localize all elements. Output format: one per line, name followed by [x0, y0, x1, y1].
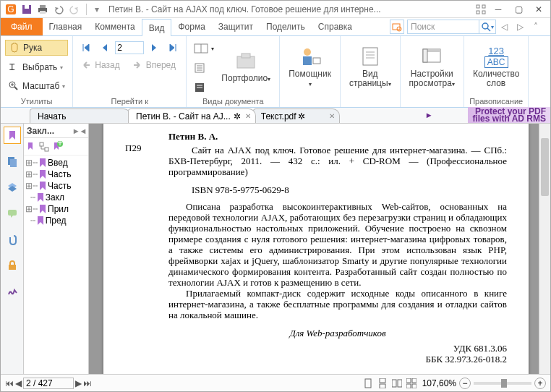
status-prev-page-icon[interactable]: ◀: [15, 378, 22, 388]
zoom-slider-handle[interactable]: [501, 379, 507, 388]
svg-rect-43: [8, 210, 17, 216]
viewsettings-button[interactable]: Настройки просмотра▾: [405, 38, 459, 95]
search-button[interactable]: ▾: [479, 20, 496, 34]
menu-protect[interactable]: Защитит: [212, 18, 260, 35]
prev-result-icon[interactable]: ◁: [496, 20, 512, 34]
bookmarks-panel: Закл...▸◂ + ⊞╌Введ ⊞╌Часть ⊞╌Часть ╌Закл…: [24, 124, 89, 374]
redo-icon[interactable]: [67, 2, 82, 17]
select-icon: Ꮖ: [8, 61, 20, 73]
collapse-ribbon-icon[interactable]: ˄: [528, 20, 544, 34]
signatures-tab-icon[interactable]: [4, 283, 21, 300]
tab-doc1[interactable]: Петин В. - Сайт на AJ... ✲✕: [128, 108, 256, 123]
svg-point-12: [397, 27, 401, 31]
menu-view[interactable]: Вид: [142, 19, 172, 36]
menu-home[interactable]: Главная: [43, 18, 89, 35]
wc-abc: ABC: [484, 56, 508, 68]
reflow-button[interactable]: [191, 61, 217, 75]
nav-back-button[interactable]: Назад: [77, 58, 122, 72]
maximize-button[interactable]: ▢: [510, 3, 527, 16]
add-bookmark-icon[interactable]: +: [51, 141, 63, 153]
next-page-button[interactable]: [145, 41, 163, 55]
portfolio-button[interactable]: Портфолио▾: [217, 38, 275, 95]
bookmark-item[interactable]: ╌Пред: [24, 215, 88, 226]
search-input[interactable]: Поиск: [407, 20, 479, 34]
bookmarks-header-label: Закл...: [27, 126, 54, 136]
bookmark-item[interactable]: ⊞╌Прил: [24, 203, 88, 215]
tree-icon[interactable]: [38, 141, 50, 153]
nav-fwd-button[interactable]: Вперед: [129, 58, 179, 72]
pages-tab-icon[interactable]: [4, 153, 21, 170]
layout-facing-icon[interactable]: [392, 378, 402, 388]
assistant-button[interactable]: Помощник▾: [284, 38, 336, 95]
menu-form[interactable]: Форма: [171, 18, 211, 35]
svg-rect-52: [380, 378, 385, 383]
search-mode-icon[interactable]: [390, 20, 404, 34]
status-next-page-icon[interactable]: ▶: [75, 378, 82, 388]
bookmark-item[interactable]: ⊞╌Часть: [24, 180, 88, 192]
ribbon-toggle-icon[interactable]: [474, 2, 488, 17]
svg-rect-9: [477, 11, 479, 14]
promo-banner[interactable]: ▸ Protect your PDF files with AD RMS: [468, 107, 550, 123]
bookmark-item[interactable]: ⊞╌Введ: [24, 157, 88, 169]
attachments-tab-icon[interactable]: [4, 231, 21, 248]
doc-isbn: ISBN 978-5-9775-0629-8: [192, 184, 507, 195]
save-icon[interactable]: [20, 2, 34, 17]
dropdown-icon[interactable]: ▾: [90, 2, 104, 17]
tab-close-icon[interactable]: ✕: [245, 112, 251, 120]
last-page-button[interactable]: [164, 41, 181, 55]
svg-rect-7: [477, 5, 479, 8]
pageview-label: Вид страницы: [349, 69, 388, 88]
tab-close-icon[interactable]: ✕: [329, 112, 335, 120]
bookmark-item[interactable]: ╌Закл: [24, 192, 88, 203]
layout-facing-cont-icon[interactable]: [406, 378, 417, 388]
security-tab-icon[interactable]: [4, 257, 21, 274]
read-mode-button[interactable]: ▾: [191, 41, 217, 56]
comments-tab-icon[interactable]: [4, 205, 21, 222]
workspace: Закл...▸◂ + ⊞╌Введ ⊞╌Часть ⊞╌Часть ╌Закл…: [1, 124, 550, 374]
ribbon-group-tools-label: Утилиты: [5, 95, 68, 107]
layout-continuous-icon[interactable]: [377, 378, 388, 388]
hand-tool-button[interactable]: Рука: [5, 40, 68, 56]
page-input[interactable]: [115, 41, 144, 54]
first-page-button[interactable]: [77, 41, 95, 55]
menu-help[interactable]: Справка: [312, 18, 359, 35]
select-tool-button[interactable]: ᏆВыбрать▾: [5, 60, 68, 74]
wordcount-button[interactable]: 123 ABC Количество слов: [469, 38, 524, 95]
vertical-scrollbar[interactable]: [539, 124, 550, 374]
prev-page-button[interactable]: [96, 41, 114, 55]
svg-rect-57: [412, 378, 417, 383]
svg-rect-44: [9, 265, 16, 270]
svg-line-14: [487, 28, 490, 31]
zoom-slider[interactable]: [474, 382, 531, 385]
bookmark-item[interactable]: ⊞╌Часть: [24, 169, 88, 180]
tab-start[interactable]: Начать: [30, 108, 131, 123]
menu-comment[interactable]: Коммента: [88, 18, 142, 35]
window-title: Петин В. - Сайт на AJAX под ключ. Готово…: [106, 4, 474, 14]
layout-single-icon[interactable]: [363, 378, 373, 388]
undo-icon[interactable]: [51, 2, 66, 17]
status-first-page-icon[interactable]: ⏮: [5, 378, 14, 388]
night-mode-button[interactable]: [191, 80, 217, 95]
minimize-button[interactable]: ─: [490, 3, 507, 16]
print-icon[interactable]: [35, 2, 50, 17]
doc-p29-mid: П29: [125, 142, 141, 153]
layers-tab-icon[interactable]: [4, 179, 21, 196]
status-last-page-icon[interactable]: ⏭: [83, 378, 92, 388]
expand-all-icon[interactable]: [25, 141, 37, 153]
document-view[interactable]: ББК ББК 32.973.26-018.2 П29 Петин В. А. …: [89, 124, 550, 374]
scrollbar-thumb[interactable]: [541, 138, 549, 196]
panel-close-icon[interactable]: ◂: [81, 126, 85, 136]
bookmarks-tab-icon[interactable]: [4, 127, 21, 144]
zoom-tool-button[interactable]: Масштаб▾: [5, 79, 68, 93]
menu-share[interactable]: Поделить: [260, 18, 312, 35]
tab-doc2[interactable]: Текст.pdf ✲✕: [253, 108, 340, 123]
menu-file[interactable]: Файл: [1, 18, 43, 35]
close-button[interactable]: ✕: [530, 3, 547, 16]
pageview-button[interactable]: Вид страницы▾: [345, 38, 396, 95]
status-page-input[interactable]: 2 / 427: [23, 378, 74, 389]
assistant-icon: [299, 45, 322, 68]
portfolio-label: Портфолио: [221, 73, 268, 83]
next-result-icon[interactable]: ▷: [512, 20, 528, 34]
zoom-out-button[interactable]: −: [459, 378, 471, 389]
zoom-in-button[interactable]: +: [534, 378, 546, 389]
